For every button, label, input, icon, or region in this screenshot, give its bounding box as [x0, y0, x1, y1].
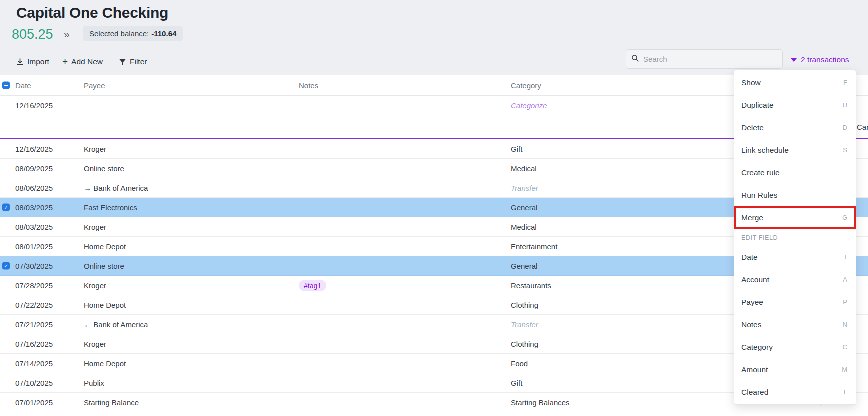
cell-category[interactable]: Starting Balances [511, 398, 570, 407]
cell-date[interactable]: 08/03/2025 [16, 223, 53, 231]
menu-item-duplicate[interactable]: DuplicateU [734, 94, 856, 116]
search-box[interactable] [626, 49, 783, 69]
cell-category[interactable]: Gift [511, 145, 522, 153]
menu-item-label: Run Rules [742, 191, 778, 200]
note-tag[interactable]: #tag1 [299, 280, 326, 291]
menu-item-delete[interactable]: DeleteD [734, 116, 856, 139]
cell-payee[interactable]: Home Depot [84, 301, 126, 309]
cell-payee[interactable]: Kroger [84, 340, 106, 348]
import-button[interactable]: Import [16, 54, 50, 69]
expand-balance-icon[interactable]: » [64, 28, 70, 40]
menu-item-label: Show [742, 78, 761, 87]
plus-icon: + [62, 57, 68, 66]
cell-category[interactable]: Entertainment [511, 242, 558, 251]
cell-category[interactable]: Clothing [511, 301, 538, 309]
menu-item-label: Amount [742, 365, 768, 374]
menu-item-label: Date [742, 253, 758, 262]
cell-category[interactable]: Gift [511, 379, 522, 387]
cell-date[interactable]: 07/01/2025 [16, 398, 53, 407]
cell-notes[interactable]: #tag1 [299, 281, 326, 290]
column-header-category: Category [511, 81, 542, 90]
cell-category[interactable]: Medical [511, 164, 537, 173]
cell-payee[interactable]: Online store [84, 164, 124, 173]
menu-shortcut-hint: L [844, 388, 848, 396]
cell-date[interactable]: 08/01/2025 [16, 242, 53, 251]
import-label: Import [28, 57, 50, 66]
selection-summary: 2 transactions [801, 55, 850, 64]
cell-payee[interactable]: → Bank of America [84, 184, 148, 192]
cell-category[interactable]: General [511, 203, 538, 212]
account-balance[interactable]: 805.25 [12, 27, 54, 42]
menu-item-create-rule[interactable]: Create rule [734, 161, 856, 184]
menu-item-cleared[interactable]: ClearedL [734, 381, 856, 403]
cell-payee[interactable]: Publix [84, 379, 104, 387]
cell-payee[interactable]: Starting Balance [84, 398, 139, 407]
menu-item-amount[interactable]: AmountM [734, 358, 856, 381]
cell-date[interactable]: 08/03/2025 [16, 203, 53, 212]
transaction-context-menu: ShowFDuplicateUDeleteDLink scheduleSCrea… [734, 70, 856, 405]
menu-section-edit-field: EDIT FIELD [734, 229, 856, 246]
column-header-date: Date [16, 81, 32, 90]
menu-item-label: Account [742, 275, 770, 284]
filter-button[interactable]: Filter [119, 54, 147, 69]
menu-item-label: Payee [742, 298, 764, 307]
menu-shortcut-hint: A [843, 276, 848, 283]
indeterminate-icon [4, 85, 8, 86]
cancel-button[interactable]: Cancel [857, 123, 868, 131]
cell-payee[interactable]: Online store [84, 262, 124, 270]
cell-category[interactable]: Categorize [511, 101, 548, 110]
menu-item-run-rules[interactable]: Run Rules [734, 184, 856, 206]
cell-category[interactable]: Clothing [511, 340, 538, 348]
chevron-down-icon [791, 58, 797, 62]
menu-item-label: Link schedule [742, 146, 789, 155]
menu-item-label: Notes [742, 320, 762, 329]
cell-category[interactable]: Transfer [511, 184, 538, 192]
cell-payee[interactable]: Home Depot [84, 242, 126, 251]
cell-payee[interactable]: Home Depot [84, 359, 126, 368]
cell-payee[interactable]: Kroger [84, 281, 106, 290]
menu-item-link-schedule[interactable]: Link scheduleS [734, 139, 856, 161]
menu-item-date[interactable]: DateT [734, 246, 856, 268]
cell-date[interactable]: 08/06/2025 [16, 184, 53, 192]
cell-payee[interactable]: ← Bank of America [84, 320, 148, 329]
menu-item-category[interactable]: CategoryC [734, 336, 856, 358]
selected-transactions-menu-button[interactable]: 2 transactions [791, 55, 850, 64]
cell-category[interactable]: General [511, 262, 538, 270]
menu-item-label: Delete [742, 123, 764, 132]
cell-date[interactable]: 12/16/2025 [16, 101, 53, 110]
row-checkbox[interactable]: ✓ [2, 204, 10, 211]
column-header-payee: Payee [84, 81, 106, 90]
cell-date[interactable]: 08/09/2025 [16, 164, 53, 173]
cell-date[interactable]: 07/21/2025 [16, 320, 53, 329]
account-page: Capital One Checking 805.25 » Selected b… [0, 0, 868, 416]
cell-payee[interactable]: Kroger [84, 145, 106, 153]
column-header-notes: Notes [299, 81, 318, 90]
menu-item-payee[interactable]: PayeeP [734, 291, 856, 313]
cell-date[interactable]: 12/16/2025 [16, 145, 53, 153]
cell-date[interactable]: 07/16/2025 [16, 340, 53, 348]
selected-balance-badge: Selected balance: -110.64 [83, 26, 183, 41]
cell-date[interactable]: 07/30/2025 [16, 262, 53, 270]
add-new-button[interactable]: + Add New [62, 54, 103, 69]
menu-shortcut-hint: P [843, 298, 848, 306]
row-checkbox[interactable]: ✓ [2, 262, 10, 270]
cell-date[interactable]: 07/10/2025 [16, 379, 53, 387]
search-input[interactable] [644, 55, 778, 63]
cell-date[interactable]: 07/28/2025 [16, 281, 53, 290]
menu-item-merge[interactable]: MergeG [734, 206, 856, 229]
cell-date[interactable]: 07/22/2025 [16, 301, 53, 309]
menu-item-notes[interactable]: NotesN [734, 313, 856, 336]
import-icon [16, 58, 24, 66]
cell-category[interactable]: Medical [511, 223, 537, 231]
menu-item-show[interactable]: ShowF [734, 71, 856, 94]
menu-shortcut-hint: M [842, 366, 848, 373]
cell-category[interactable]: Transfer [511, 320, 538, 329]
cell-payee[interactable]: Fast Electronics [84, 203, 138, 212]
select-all-checkbox[interactable] [2, 82, 10, 89]
menu-item-label: Duplicate [742, 101, 774, 110]
menu-item-account[interactable]: AccountA [734, 268, 856, 291]
cell-payee[interactable]: Kroger [84, 223, 106, 231]
cell-category[interactable]: Restaurants [511, 281, 552, 290]
cell-date[interactable]: 07/14/2025 [16, 359, 53, 368]
cell-category[interactable]: Food [511, 359, 528, 368]
